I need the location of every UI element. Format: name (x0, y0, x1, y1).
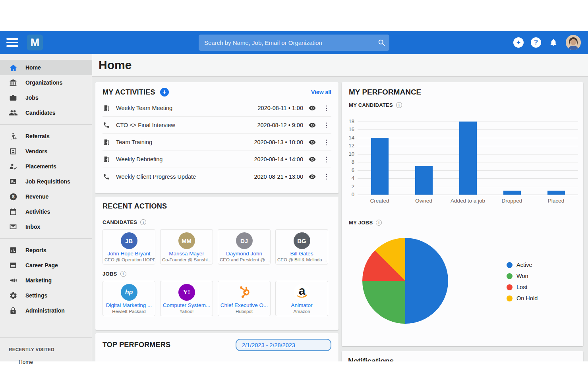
notifications-bell-icon[interactable] (548, 38, 559, 47)
list-check-icon (9, 177, 17, 186)
job-card[interactable]: Y! Computer System... Yahoo! (160, 281, 213, 316)
activity-row[interactable]: Weekly Debriefing 2020-08-14 • 14:00 ⋮ (103, 151, 331, 168)
recently-visited-home[interactable]: Home (0, 355, 92, 369)
x-category-label: Placed (534, 198, 578, 204)
job-card[interactable]: a Animator Amazon (275, 281, 328, 316)
sidebar-item-inbox[interactable]: Inbox (0, 219, 92, 234)
sidebar-item-job-requisitions[interactable]: Job Requisitions (0, 174, 92, 189)
page-header: Home (92, 54, 588, 77)
activity-menu-icon[interactable]: ⋮ (321, 122, 331, 129)
y-tick-label: 0 (344, 191, 354, 197)
sidebar-item-revenue[interactable]: $ Revenue (0, 189, 92, 204)
page-title: Home (99, 58, 132, 72)
meeting-room-icon (103, 156, 110, 163)
recent-candidates-row: JB John Hope Bryant CEO @ Operation HOPE… (103, 229, 331, 265)
legend-item-on-hold: On Hold (507, 293, 538, 304)
sidebar-item-organizations[interactable]: Organizations (0, 75, 92, 90)
top-performers-card: TOP PERFORMERS 2/1/2023 - 2/28/2023 (95, 333, 338, 361)
candidate-card[interactable]: DJ Daymond John CEO and President @ ... (218, 229, 271, 265)
legend-item-won: Won (507, 270, 538, 282)
dollar-circle-icon: $ (9, 192, 17, 201)
activity-menu-icon[interactable]: ⋮ (321, 156, 331, 163)
activity-row[interactable]: Weekly Client Progress Update 2020-08-21… (103, 168, 331, 185)
gear-icon (9, 291, 17, 300)
yahoo-logo: Y! (178, 284, 195, 301)
hamburger-menu-icon[interactable] (6, 38, 18, 47)
meeting-room-icon (103, 139, 110, 146)
y-tick-label: 4 (344, 175, 354, 181)
candidates-subheading: CANDIDATES i (103, 219, 331, 225)
sidebar-item-activities[interactable]: Activities (0, 204, 92, 219)
activity-row[interactable]: Team Training 2020-08-13 • 10:00 ⋮ (103, 134, 331, 151)
add-button[interactable]: + (513, 37, 524, 48)
sidebar-item-settings[interactable]: Settings (0, 288, 92, 303)
view-activity-icon[interactable] (308, 155, 316, 163)
contact-card-icon (9, 147, 17, 156)
bar-dropped (503, 191, 521, 195)
bar-chart-icon (9, 246, 17, 255)
help-button[interactable]: ? (531, 37, 541, 48)
search-input[interactable] (199, 39, 374, 46)
y-tick-label: 8 (344, 159, 354, 165)
activity-row[interactable]: Weekly Team Meeting 2020-08-11 • 1:00 ⋮ (103, 100, 331, 117)
view-activity-icon[interactable] (308, 121, 316, 129)
legend-dot (507, 295, 513, 301)
view-all-link[interactable]: View all (311, 89, 331, 95)
sidebar-item-marketing[interactable]: Marketing (0, 273, 92, 288)
job-card[interactable]: Chief Executive O... Hubspot (218, 281, 271, 316)
activity-menu-icon[interactable]: ⋮ (321, 139, 331, 146)
my-activities-title: MY ACTIVITIES (103, 88, 155, 97)
legend-dot (507, 284, 513, 290)
x-category-label: Added to a job (446, 198, 490, 204)
sidebar-item-vendors[interactable]: Vendors (0, 144, 92, 159)
info-icon[interactable]: i (376, 220, 382, 226)
search-icon[interactable] (374, 39, 389, 47)
sidebar-item-administration[interactable]: Administration (0, 303, 92, 318)
my-performance-card: MY PERFORMANCE MY CANDIDATES i 024681012… (342, 82, 583, 346)
sidebar-item-placements[interactable]: Placements (0, 159, 92, 174)
view-activity-icon[interactable] (308, 138, 316, 146)
activity-menu-icon[interactable]: ⋮ (321, 173, 331, 180)
y-tick-label: 6 (344, 167, 354, 173)
sidebar-item-reports[interactable]: Reports (0, 243, 92, 258)
bank-icon (9, 78, 17, 87)
activity-menu-icon[interactable]: ⋮ (321, 105, 331, 112)
candidate-card[interactable]: BG Bill Gates CEO @ Bill & Melinda ... (275, 229, 328, 265)
date-range-picker[interactable]: 2/1/2023 - 2/28/2023 (236, 339, 331, 351)
legend-item-lost: Lost (507, 282, 538, 293)
info-icon[interactable]: i (396, 102, 402, 108)
bar-owned (415, 166, 433, 195)
bar-added-to-a-job (459, 122, 477, 195)
sidebar-divider (0, 124, 92, 125)
activity-row[interactable]: CTO <> Final Interview 2020-08-12 • 9:00… (103, 117, 331, 134)
candidate-avatar: MM (178, 232, 195, 249)
y-tick-label: 14 (344, 135, 354, 141)
gridline (358, 195, 578, 195)
recent-actions-card: RECENT ACTIONS CANDIDATES i JB John Hope… (95, 197, 338, 330)
y-tick-label: 2 (344, 183, 354, 189)
legend-dot (507, 262, 513, 268)
info-icon[interactable]: i (120, 271, 126, 277)
candidate-card[interactable]: JB John Hope Bryant CEO @ Operation HOPE (103, 229, 155, 265)
my-performance-title: MY PERFORMANCE (349, 88, 576, 97)
my-jobs-pie-chart (362, 238, 448, 324)
referral-person-icon (9, 132, 17, 141)
candidate-card[interactable]: MM Marissa Mayer Co-Founder @ Sunshi... (160, 229, 213, 265)
sidebar-item-referrals[interactable]: Referrals (0, 129, 92, 144)
view-activity-icon[interactable] (308, 173, 316, 181)
hubspot-logo (236, 284, 253, 301)
add-activity-button[interactable]: + (160, 88, 169, 97)
phone-icon (103, 173, 110, 180)
user-avatar[interactable] (566, 35, 581, 50)
briefcase-icon (9, 93, 17, 102)
job-card[interactable]: hp Digital Marketing ... Hewlett-Packard (103, 281, 155, 316)
app-logo[interactable]: M (27, 35, 43, 50)
sidebar-item-jobs[interactable]: Jobs (0, 90, 92, 105)
info-icon[interactable]: i (140, 219, 146, 225)
candidate-avatar: DJ (236, 232, 253, 249)
sidebar-item-home[interactable]: Home (0, 60, 92, 75)
sidebar-item-candidates[interactable]: Candidates (0, 105, 92, 120)
view-activity-icon[interactable] (308, 104, 316, 112)
x-category-label: Created (358, 198, 402, 204)
sidebar-item-career-page[interactable]: Career Page (0, 258, 92, 273)
